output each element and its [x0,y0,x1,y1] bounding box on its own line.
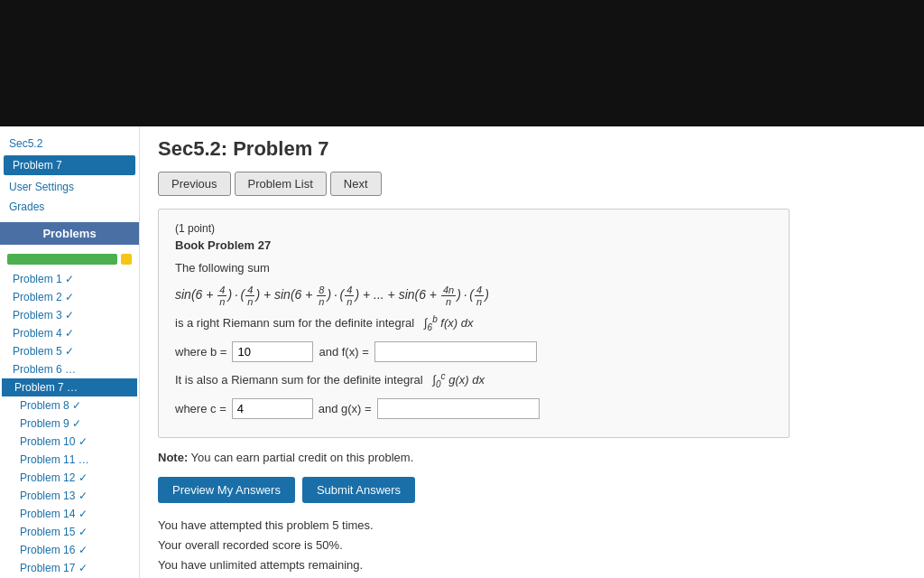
and-fx-label: and f(x) = [319,345,368,359]
list-item[interactable]: Problem 17 ✓ [0,559,139,577]
list-item[interactable]: Problem 15 ✓ [0,523,139,541]
progress-green [7,254,117,265]
b-input-row: where b = and f(x) = [175,341,772,362]
book-ref: Book Problem 27 [175,238,772,252]
formula-display: sin(6 + 4n) · (4n) + sin(6 + 8n) · (4n) … [175,284,772,307]
list-item[interactable]: Problem 2 ✓ [0,288,139,306]
progress-yellow [121,254,132,265]
list-item[interactable]: Problem 14 ✓ [0,505,139,523]
problem-list: Problem 1 ✓ Problem 2 ✓ Problem 3 ✓ Prob… [0,268,139,578]
attempts-text2: Your overall recorded score is 50%. [158,536,906,555]
page-title: Sec5.2: Problem 7 [158,137,906,161]
integral2-notation: ∫0c g(x) dx [432,373,485,387]
list-item[interactable]: Problem 3 ✓ [0,306,139,324]
where-b-label: where b = [175,345,226,359]
previous-button[interactable]: Previous [158,172,231,196]
sidebar-user-settings[interactable]: User Settings [0,177,139,197]
submit-row: Preview My Answers Submit Answers [158,477,906,503]
fx-input[interactable] [374,341,537,362]
submit-button[interactable]: Submit Answers [302,477,415,503]
where-c-label: where c = [175,402,226,415]
attempt-info: You have attempted this problem 5 times.… [158,516,906,575]
note-label: Note: [158,451,188,464]
list-item[interactable]: Problem 8 ✓ [0,396,139,415]
nav-buttons: Previous Problem List Next [158,172,906,196]
next-button[interactable]: Next [330,172,382,196]
list-item[interactable]: Problem 12 ✓ [0,469,139,487]
list-item[interactable]: Problem 16 ✓ [0,541,139,559]
sidebar-problem-active[interactable]: Problem 7 [4,155,135,175]
c-input[interactable] [232,398,313,419]
and-gx-label: and g(x) = [319,402,372,415]
problem-list-button[interactable]: Problem List [235,172,327,196]
progress-bar [0,250,139,268]
note-row: Note: You can earn partial credit on thi… [158,451,906,464]
problems-header: Problems [0,222,139,245]
sidebar-sec-link[interactable]: Sec5.2 [0,134,139,154]
integral1-notation: ∫6b f(x) dx [424,316,473,330]
preview-button[interactable]: Preview My Answers [158,477,295,503]
sidebar-grades[interactable]: Grades [0,197,139,217]
c-input-row: where c = and g(x) = [175,398,772,419]
intro-text: The following sum [175,261,772,275]
gx-input[interactable] [377,398,540,419]
main-content: Sec5.2: Problem 7 Previous Problem List … [140,126,924,578]
attempts-text3: You have unlimited attempts remaining. [158,555,906,575]
list-item[interactable]: Problem 4 ✓ [0,324,139,342]
list-item[interactable]: Problem 6 … [0,360,139,378]
list-item[interactable]: Problem 5 ✓ [0,342,139,360]
riemann-text1: is a right Riemann sum for the definite … [175,314,772,332]
list-item[interactable]: Problem 1 ✓ [0,270,139,288]
problem-points: (1 point) [175,222,772,235]
top-bar [0,0,924,126]
list-item[interactable]: Problem 11 … [0,451,139,469]
list-item[interactable]: Problem 13 ✓ [0,487,139,505]
riemann-text2: It is also a Riemann sum for the definit… [175,371,772,389]
list-item[interactable]: Problem 10 ✓ [0,433,139,451]
sidebar: Sec5.2 Problem 7 User Settings Grades Pr… [0,126,140,578]
problem-box: (1 point) Book Problem 27 The following … [158,209,790,438]
b-input[interactable] [232,341,313,362]
list-item-active[interactable]: Problem 7 … [2,378,137,396]
note-text: You can earn partial credit on this prob… [191,451,414,464]
attempts-text1: You have attempted this problem 5 times. [158,516,906,536]
list-item[interactable]: Problem 9 ✓ [0,415,139,433]
